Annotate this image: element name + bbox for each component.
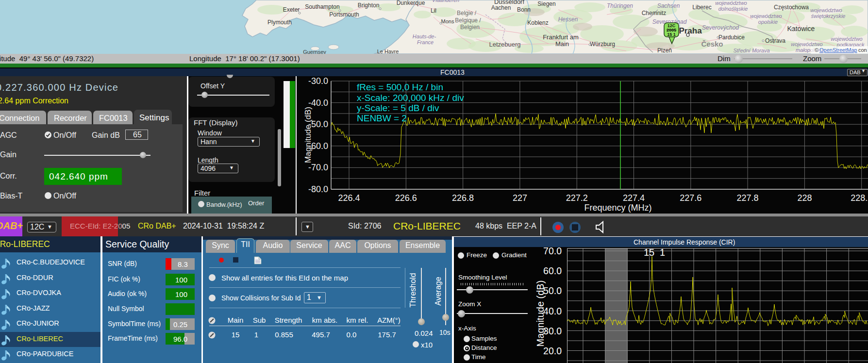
- svg-text:świętokrzyskie: świętokrzyskie: [811, 13, 846, 19]
- svg-text:y-Scale: = 5 dB / div: y-Scale: = 5 dB / div: [357, 103, 439, 113]
- svg-text:Koblenz: Koblenz: [527, 19, 548, 26]
- svg-text:Mons: Mons: [441, 18, 454, 24]
- svg-text:Magnitude (dB): Magnitude (dB): [535, 280, 546, 347]
- svg-text:Plzeň: Plzeň: [657, 47, 672, 54]
- svg-text:Brighton: Brighton: [358, 2, 380, 9]
- svg-text:województwo: województwo: [750, 13, 782, 19]
- svg-text:227.8: 227.8: [737, 193, 759, 203]
- svg-text:Hauts-de-: Hauts-de-: [413, 33, 436, 39]
- svg-text:OpenStreetMap: OpenStreetMap: [819, 47, 857, 53]
- svg-text:-40.0: -40.0: [308, 98, 328, 108]
- svg-text:30.0: 30.0: [543, 326, 562, 336]
- svg-text:Ostrava: Ostrava: [765, 37, 785, 44]
- svg-text:województwo: województwo: [810, 7, 842, 13]
- svg-text:-30.0: -30.0: [308, 76, 328, 86]
- svg-text:Chemnitz: Chemnitz: [642, 10, 667, 16]
- svg-text:227: 227: [513, 193, 527, 203]
- svg-text:Würzburg: Würzburg: [590, 41, 615, 48]
- svg-text:Southampton: Southampton: [305, 3, 339, 10]
- svg-text:Dunkerque: Dunkerque: [397, 0, 425, 6]
- svg-text:Střední Morava: Střední Morava: [733, 48, 769, 53]
- svg-text:226.8: 226.8: [452, 193, 474, 203]
- svg-text:Aachen: Aachen: [491, 4, 511, 11]
- svg-text:con: con: [858, 47, 867, 53]
- svg-text:227.6: 227.6: [680, 193, 701, 203]
- svg-text:Frequency (MHz): Frequency (MHz): [584, 203, 651, 213]
- svg-text:Siegen: Siegen: [537, 0, 555, 7]
- svg-text:60.0: 60.0: [543, 265, 562, 276]
- svg-text:©: ©: [815, 47, 818, 53]
- svg-text:Main: Main: [555, 40, 569, 48]
- svg-text:Frankfurt am: Frankfurt am: [543, 33, 579, 41]
- svg-text:Le Havre: Le Havre: [377, 49, 399, 54]
- svg-text:Severovýchod: Severovýchod: [702, 24, 739, 31]
- svg-text:Sachsen: Sachsen: [657, 2, 680, 9]
- svg-text:dolnośląskie: dolnośląskie: [718, 6, 748, 12]
- svg-text:70.0: 70.0: [543, 247, 562, 256]
- svg-text:x-Scale: 200,000 kHz / div: x-Scale: 200,000 kHz / div: [357, 93, 464, 103]
- svg-text:15 1: 15 1: [667, 32, 676, 37]
- svg-text:Częstochowa: Częstochowa: [774, 4, 809, 11]
- svg-text:228: 228: [797, 193, 812, 203]
- svg-text:226.4: 226.4: [338, 193, 360, 203]
- svg-text:Hessen: Hessen: [558, 16, 578, 23]
- svg-text:Liberec: Liberec: [692, 4, 711, 11]
- svg-text:Thüringen: Thüringen: [607, 2, 633, 9]
- svg-text:Vlaanderen: Vlaanderen: [432, 0, 459, 3]
- svg-text:Threshold: Threshold: [409, 273, 417, 307]
- svg-text:Belgique /: Belgique /: [455, 17, 481, 24]
- svg-text:-70.0: -70.0: [308, 163, 328, 172]
- svg-text:opolskie: opolskie: [758, 19, 778, 25]
- svg-text:Letzebuerg: Letzebuerg: [489, 41, 520, 48]
- svg-text:Exeter: Exeter: [283, 6, 300, 13]
- svg-text:Belgien: Belgien: [460, 24, 480, 31]
- svg-text:Lil: Lil: [431, 7, 436, 14]
- svg-text:-80.0: -80.0: [308, 184, 328, 194]
- svg-text:Česko: Česko: [701, 40, 723, 48]
- svg-text:France: France: [417, 39, 434, 45]
- svg-text:228.2: 228.2: [851, 193, 868, 203]
- svg-text:Guernsey: Guernsey: [303, 49, 326, 54]
- svg-text:Bonn: Bonn: [517, 6, 531, 13]
- svg-text:Portsmouth: Portsmouth: [329, 11, 359, 18]
- svg-text:Magnitude (dB): Magnitude (dB): [303, 107, 313, 163]
- svg-text:Belgie /: Belgie /: [457, 10, 477, 16]
- svg-text:40.0: 40.0: [543, 306, 562, 316]
- svg-text:NENBW = 2: NENBW = 2: [357, 113, 407, 123]
- svg-text:20.0: 20.0: [543, 346, 562, 356]
- svg-text:Praha: Praha: [679, 26, 702, 35]
- svg-text:50.0: 50.0: [543, 285, 562, 296]
- svg-text:Plymouth: Plymouth: [267, 19, 292, 26]
- svg-text:226.6: 226.6: [395, 193, 417, 203]
- svg-text:województwo: województwo: [831, 36, 862, 42]
- svg-text:1: 1: [660, 247, 665, 258]
- svg-text:fRes = 500,0 Hz / bin: fRes = 500,0 Hz / bin: [357, 82, 443, 92]
- svg-text:województwo: województwo: [715, 0, 747, 6]
- svg-text:15: 15: [644, 247, 654, 258]
- svg-text:227.2: 227.2: [566, 193, 588, 203]
- svg-text:Average: Average: [434, 277, 442, 305]
- svg-text:227.4: 227.4: [623, 193, 645, 203]
